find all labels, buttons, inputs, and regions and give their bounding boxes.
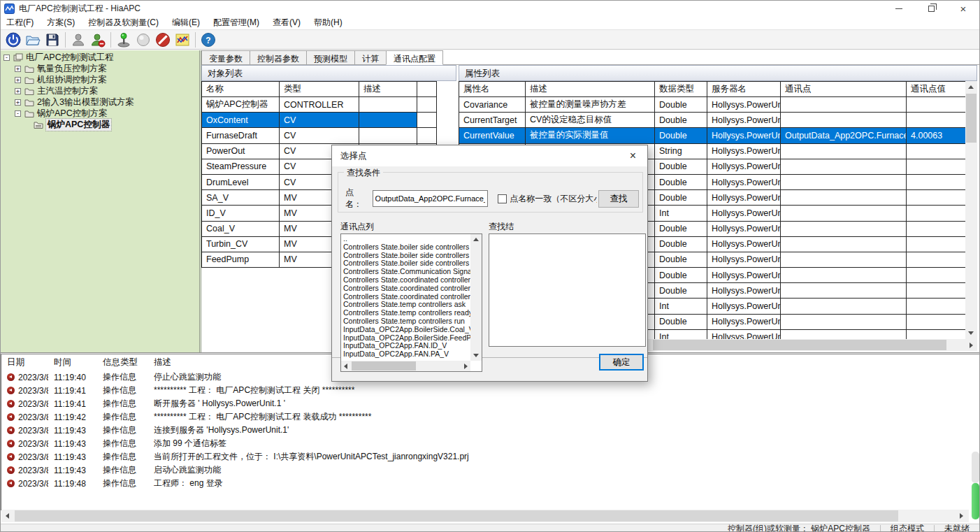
toolbar: ? xyxy=(1,29,979,50)
scroll-up-icon[interactable] xyxy=(968,85,974,89)
save-icon[interactable] xyxy=(43,31,62,48)
scroll-right-icon[interactable] xyxy=(960,513,963,519)
user-remove-icon[interactable] xyxy=(89,31,107,48)
log-row[interactable]: 2023/3/811:19:41操作信息断开服务器 ' Hollysys.Pow… xyxy=(1,397,966,410)
scroll-left-icon[interactable] xyxy=(6,513,9,519)
property-row[interactable]: CurrentTargetCV的设定稳态目标值DoubleHollysys.Po… xyxy=(459,113,966,128)
trend-chart-icon[interactable] xyxy=(173,31,192,48)
toolbar-separator xyxy=(110,32,111,48)
match-name-checkbox[interactable] xyxy=(498,194,507,203)
point-list-item[interactable]: Controllers State.temp controllers run xyxy=(343,317,470,326)
menu-item[interactable]: 配置管理(M) xyxy=(213,17,259,29)
tab[interactable]: 预测模型 xyxy=(306,50,355,64)
point-list-item[interactable]: Controllers State.boiler side controller… xyxy=(343,243,470,252)
menu-item[interactable]: 帮助(H) xyxy=(314,17,343,29)
dialog-close-icon[interactable]: × xyxy=(627,150,639,162)
object-row[interactable]: 锅炉APC控制器CONTROLLER xyxy=(202,97,437,113)
point-list-item[interactable]: Controllers State.coordinated controller… xyxy=(343,285,470,293)
scrollbar-thumb[interactable] xyxy=(15,510,898,522)
log-vertical-scrollbar-track[interactable] xyxy=(972,452,979,483)
expand-icon[interactable]: + xyxy=(15,99,21,106)
close-button[interactable]: × xyxy=(947,1,979,16)
search-button[interactable]: 查找 xyxy=(598,190,639,208)
column-header[interactable]: 数据类型 xyxy=(655,82,707,97)
collapse-icon[interactable]: - xyxy=(3,55,10,61)
column-header[interactable]: 通讯点 xyxy=(781,82,907,97)
power-icon[interactable] xyxy=(4,31,22,48)
menu-item[interactable]: 查看(V) xyxy=(273,17,301,29)
log-row[interactable]: 2023/3/811:19:43操作信息启动心跳监测功能 xyxy=(1,463,966,477)
tree-node-scheme[interactable]: - 锅炉APC控制方案 xyxy=(1,108,199,119)
expand-icon[interactable]: + xyxy=(15,77,21,83)
comm-point-listbox[interactable]: ..Controllers State.boiler side controll… xyxy=(340,233,482,372)
column-header[interactable]: 通讯点值 xyxy=(907,82,966,97)
object-row[interactable]: FurnaseDraftCV xyxy=(202,128,437,143)
tree-node-scheme[interactable]: + 氧量负压控制方案 xyxy=(1,63,199,74)
user-icon[interactable] xyxy=(69,31,87,48)
listbox-vertical-scrollbar[interactable] xyxy=(470,234,482,361)
collapse-icon[interactable]: - xyxy=(15,110,21,117)
scroll-right-icon[interactable] xyxy=(464,364,468,369)
column-header[interactable]: 时间 xyxy=(48,354,97,371)
scrollbar-thumb[interactable] xyxy=(352,361,416,371)
column-header[interactable]: 日期 xyxy=(1,354,48,371)
point-name-input[interactable] xyxy=(373,190,489,207)
search-result-listbox[interactable] xyxy=(489,233,646,347)
log-row[interactable]: 2023/3/811:19:43操作信息当前所打开的工程文件，位于： I:\共享… xyxy=(1,450,966,463)
column-header[interactable]: 名称 xyxy=(202,82,280,97)
open-folder-icon[interactable] xyxy=(24,31,42,48)
tree-node-scheme[interactable]: + 机组协调控制方案 xyxy=(1,74,199,85)
scroll-left-icon[interactable] xyxy=(344,364,347,369)
menu-item[interactable]: 方案(S) xyxy=(47,17,75,29)
log-row[interactable]: 2023/3/811:19:42操作信息********** 工程： 电厂APC… xyxy=(1,410,966,424)
scrollbar-thumb[interactable] xyxy=(966,94,977,143)
tab[interactable]: 控制器参数 xyxy=(250,50,307,64)
property-vertical-scrollbar[interactable] xyxy=(965,81,977,339)
log-row[interactable]: 2023/3/811:19:43操作信息连接到服务器 'Hollysys.Pow… xyxy=(1,424,966,437)
menu-item[interactable]: 工程(F) xyxy=(6,17,34,29)
point-list-item[interactable]: Controllers State.coordinated controller… xyxy=(343,276,470,285)
restore-button[interactable] xyxy=(915,1,947,16)
expand-icon[interactable]: + xyxy=(15,66,21,72)
column-header[interactable]: 描述 xyxy=(359,82,417,97)
log-row[interactable]: 2023/3/811:19:41操作信息********** 工程： 电厂APC… xyxy=(1,384,966,397)
scroll-down-icon[interactable] xyxy=(968,331,974,335)
tree-node-scheme[interactable]: + 2输入3输出模型测试方案 xyxy=(1,96,199,108)
scroll-right-icon[interactable] xyxy=(970,343,973,348)
property-row[interactable]: Covariance被控量的测量噪声协方差DoubleHollysys.Powe… xyxy=(459,97,966,113)
menu-item[interactable]: 控制器及软测量(C) xyxy=(88,17,159,29)
tree-node-project-root[interactable]: - 电厂APC控制测试工程 xyxy=(1,52,199,63)
ok-button[interactable]: 确定 xyxy=(599,354,644,371)
log-vertical-scrollbar-thumb[interactable] xyxy=(972,483,979,519)
tree-node-scheme[interactable]: + 主汽温控制方案 xyxy=(1,85,199,96)
point-list-item[interactable]: InputData_OPC2App.BoilerSide.Coal_V xyxy=(343,326,470,334)
object-row[interactable]: OxContentCV xyxy=(202,113,437,128)
column-header[interactable]: 属性名 xyxy=(459,82,526,97)
log-row[interactable]: 2023/3/811:19:43操作信息添加 99 个通信标签 xyxy=(1,437,966,450)
log-row[interactable]: 2023/3/811:19:48操作信息工程师： eng 登录 xyxy=(1,477,966,490)
column-header[interactable]: 类型 xyxy=(280,82,359,97)
column-header[interactable]: 信息类型 xyxy=(97,354,148,371)
column-header[interactable]: 服务器名 xyxy=(707,82,781,97)
tab[interactable]: 计算 xyxy=(354,50,387,64)
expand-icon[interactable]: + xyxy=(15,88,21,94)
point-list-item[interactable]: InputData_OPC2App.FAN.PA_V xyxy=(343,350,470,359)
tab[interactable]: 变量参数 xyxy=(201,50,250,64)
joystick-icon[interactable] xyxy=(115,31,133,48)
select-point-dialog: 选择点 × 查找条件 点名： 点名称一致（不区分大小写） 查找 通讯点列 查找结… xyxy=(331,145,648,382)
forbid-icon[interactable] xyxy=(154,31,172,48)
tab[interactable]: 通讯点配置 xyxy=(386,50,443,65)
minimize-button[interactable] xyxy=(883,1,915,16)
scrollbar-thumb[interactable] xyxy=(653,340,946,350)
scroll-up-icon[interactable] xyxy=(473,238,479,241)
title-bar: 电厂APC控制测试工程 - HiaAPC × xyxy=(1,1,979,16)
help-icon[interactable]: ? xyxy=(199,31,217,48)
column-header[interactable]: 描述 xyxy=(526,82,655,97)
scroll-down-icon[interactable] xyxy=(473,354,479,357)
property-row[interactable]: CurrentValue被控量的实际测量值DoubleHollysys.Powe… xyxy=(459,128,966,143)
tree-node-controller-selected[interactable]: 锅炉APC控制器 xyxy=(1,119,199,130)
menu-item[interactable]: 编辑(E) xyxy=(172,17,200,29)
log-horizontal-scrollbar[interactable] xyxy=(1,510,969,522)
listbox-horizontal-scrollbar[interactable] xyxy=(341,361,470,371)
idle-sphere-icon[interactable] xyxy=(134,31,152,48)
